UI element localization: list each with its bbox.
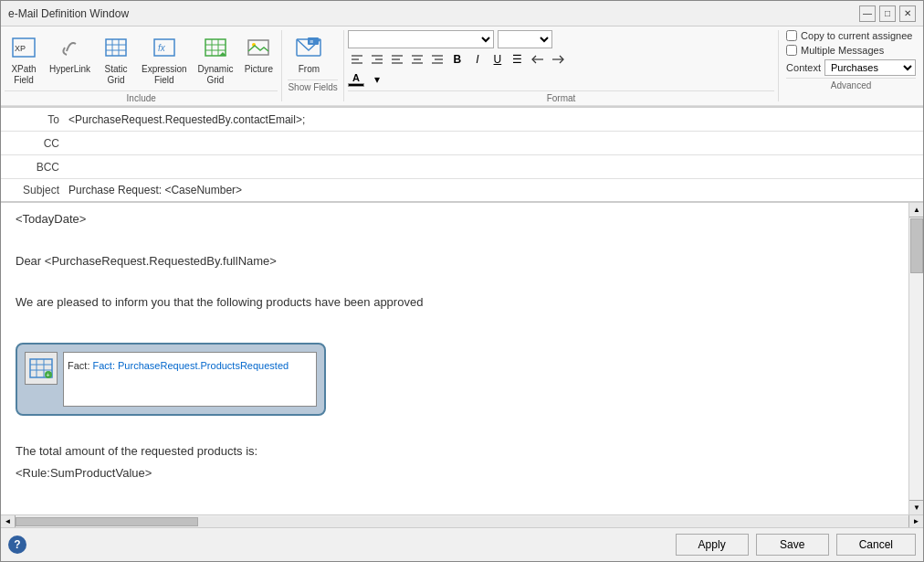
bcc-label: BCC — [1, 161, 65, 174]
svg-text:≡: ≡ — [310, 38, 313, 45]
svg-rect-2 — [106, 39, 126, 56]
context-select[interactable]: Purchases — [824, 59, 916, 76]
apply-button[interactable]: Apply — [676, 534, 749, 556]
hyperlink-label: HyperLink — [49, 64, 90, 75]
minimize-button[interactable]: — — [859, 5, 876, 22]
italic-button[interactable]: I — [468, 50, 487, 69]
font-size-select[interactable] — [498, 30, 552, 48]
xpath-field-label: XPathField — [11, 64, 36, 86]
dynamic-grid-icon-box: + — [25, 352, 58, 385]
editor-content[interactable]: <TodayDate> Dear <PurchaseRequest.Reques… — [1, 203, 923, 514]
cancel-button[interactable]: Cancel — [836, 534, 916, 556]
maximize-button[interactable]: □ — [879, 5, 896, 22]
to-row: To — [1, 108, 923, 132]
picture-icon — [244, 33, 273, 62]
total-line-2: <Rule:SumProductValue> — [16, 464, 905, 483]
indent-increase-button[interactable] — [368, 50, 386, 69]
to-input[interactable] — [65, 111, 923, 128]
show-fields-label: Show Fields — [288, 80, 337, 94]
email-definition-window: e-Mail Definition Window — □ ✕ XP — [0, 0, 924, 562]
from-icon: ≡ — [294, 33, 323, 62]
dynamic-grid-icon — [201, 33, 230, 62]
intro-line: We are pleased to inform you that the fo… — [16, 293, 905, 313]
svg-text:+: + — [47, 372, 50, 378]
subject-row: Subject — [1, 179, 923, 203]
help-button[interactable]: ? — [8, 535, 26, 554]
close-button[interactable]: ✕ — [899, 5, 916, 22]
bcc-input[interactable] — [65, 159, 923, 175]
subject-input[interactable] — [65, 182, 923, 198]
copy-to-assignee-checkbox[interactable] — [786, 30, 797, 41]
align-right-button[interactable] — [428, 50, 446, 69]
expression-field-button[interactable]: fx ExpressionField — [137, 30, 191, 89]
horizontal-scrollbar-track[interactable] — [16, 516, 908, 527]
dynamic-grid-block: + Fact: Fact: PurchaseRequest.ProductsRe… — [16, 343, 326, 416]
svg-rect-15 — [248, 40, 268, 55]
svg-text:XP: XP — [15, 44, 26, 53]
dynamic-grid-icon: + — [28, 355, 54, 381]
vertical-scrollbar[interactable]: ▲ ▼ — [908, 203, 923, 514]
title-bar: e-Mail Definition Window — □ ✕ — [1, 1, 923, 27]
multiple-messages-checkbox[interactable] — [786, 45, 797, 56]
hyperlink-icon — [56, 33, 85, 62]
indent-button[interactable] — [549, 50, 567, 69]
window-title: e-Mail Definition Window — [8, 7, 129, 20]
total-line-1: The total amount of the requested produc… — [16, 442, 905, 461]
format-group-label: Format — [348, 90, 774, 105]
indent-decrease-button[interactable] — [348, 50, 366, 69]
color-dropdown-button[interactable]: ▾ — [368, 70, 386, 89]
copy-to-assignee-label: Copy to current assignee — [801, 30, 912, 41]
advanced-group: Copy to current assignee Multiple Messag… — [779, 27, 923, 105]
outdent-button[interactable] — [529, 50, 547, 69]
advanced-group-label: Advanced — [786, 78, 916, 92]
horizontal-scrollbar-thumb[interactable] — [16, 517, 198, 526]
to-label: To — [1, 113, 65, 126]
font-family-select[interactable] — [348, 30, 494, 48]
bold-button[interactable]: B — [448, 50, 467, 69]
scroll-right-arrow[interactable]: ► — [908, 515, 923, 528]
cc-input[interactable] — [65, 135, 923, 152]
font-color-control[interactable]: A — [348, 72, 364, 87]
dynamic-grid-fact-box: Fact: Fact: PurchaseRequest.ProductsRequ… — [63, 352, 317, 407]
xpath-field-button[interactable]: XP XPathField — [5, 30, 43, 89]
form-area: To CC BCC Subject — [1, 108, 923, 203]
cc-label: CC — [1, 137, 65, 150]
footer: ? Apply Save Cancel — [1, 527, 923, 561]
bcc-row: BCC — [1, 155, 923, 179]
from-button[interactable]: ≡ From — [288, 30, 330, 78]
context-row: Context Purchases — [786, 59, 916, 76]
list-button[interactable]: ☰ — [509, 50, 527, 69]
align-center-button[interactable] — [408, 50, 426, 69]
window-controls: — □ ✕ — [859, 5, 916, 22]
picture-button[interactable]: Picture — [239, 30, 278, 89]
scrollbar-thumb[interactable] — [910, 218, 923, 273]
multiple-messages-row: Multiple Messages — [786, 45, 916, 56]
copy-to-assignee-row: Copy to current assignee — [786, 30, 916, 41]
dynamic-grid-button[interactable]: DynamicGrid — [194, 30, 238, 89]
grid-fact-label: Fact: — [68, 360, 93, 371]
hyperlink-button[interactable]: HyperLink — [45, 30, 95, 89]
underline-button[interactable]: U — [488, 50, 507, 69]
expression-field-label: ExpressionField — [142, 64, 186, 86]
ribbon: XP XPathField HyperLink — [1, 27, 923, 108]
horizontal-scrollbar[interactable]: ◄ ► — [1, 514, 923, 527]
editor-area: <TodayDate> Dear <PurchaseRequest.Reques… — [1, 203, 923, 514]
scrollbar-down-arrow[interactable]: ▼ — [909, 500, 923, 514]
save-button[interactable]: Save — [756, 534, 829, 556]
greeting-line: Dear <PurchaseRequest.RequestedBy.fullNa… — [16, 252, 905, 271]
svg-text:fx: fx — [158, 43, 166, 53]
grid-fact-value: Fact: PurchaseRequest.ProductsRequested — [93, 360, 289, 371]
align-left-button[interactable] — [388, 50, 406, 69]
context-label: Context — [786, 62, 821, 73]
scroll-left-arrow[interactable]: ◄ — [1, 515, 16, 528]
xpath-field-icon: XP — [9, 33, 38, 62]
include-group-label: Include — [5, 90, 278, 105]
scrollbar-up-arrow[interactable]: ▲ — [909, 203, 923, 217]
cc-row: CC — [1, 132, 923, 155]
static-grid-button[interactable]: StaticGrid — [97, 30, 135, 89]
font-color-swatch[interactable] — [348, 83, 364, 87]
static-grid-icon — [101, 33, 131, 62]
expression-field-icon: fx — [150, 33, 179, 62]
picture-label: Picture — [245, 64, 273, 75]
static-grid-label: StaticGrid — [105, 64, 128, 86]
